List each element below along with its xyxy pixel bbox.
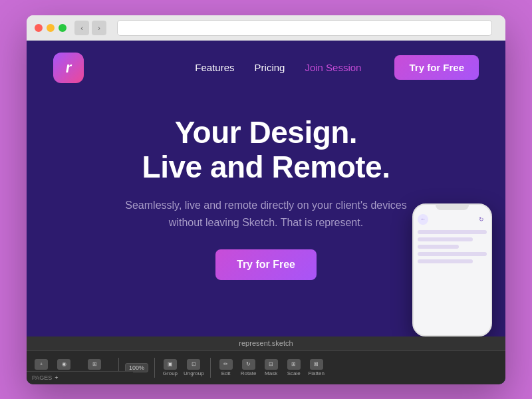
phone-content-line bbox=[418, 252, 487, 256]
sketch-title: represent.sketch bbox=[239, 339, 293, 347]
separator-2 bbox=[154, 358, 155, 378]
maximize-button[interactable] bbox=[59, 24, 66, 32]
nav-features[interactable]: Features bbox=[195, 62, 234, 73]
mask-icon: ⊟ bbox=[265, 359, 278, 370]
hero-cta-button[interactable]: Try for Free bbox=[215, 249, 317, 280]
sketch-bar: represent.sketch + Insert ◉ Data ⊞ Creat… bbox=[27, 336, 505, 384]
symbol-icon: ⊞ bbox=[88, 359, 101, 370]
nav-pricing[interactable]: Pricing bbox=[255, 62, 285, 73]
logo-letter: r bbox=[66, 59, 72, 76]
browser-content: r Features Pricing Join Session Try for … bbox=[27, 41, 505, 384]
sketch-tool-scale[interactable]: ⊞ Scale bbox=[285, 359, 303, 376]
phone-header: ← ↻ bbox=[418, 214, 487, 225]
sketch-tool-ungroup[interactable]: ⊡ Ungroup bbox=[184, 359, 204, 376]
forward-button[interactable]: › bbox=[92, 21, 106, 35]
sketch-tool-group[interactable]: ▣ Group bbox=[161, 359, 180, 376]
hero-title: Your Design. Live and Remote. bbox=[142, 115, 390, 186]
phone-content-line bbox=[418, 245, 459, 249]
phone-notch bbox=[436, 205, 469, 210]
ungroup-icon: ⊡ bbox=[187, 359, 200, 370]
phone-mockup: ← ↻ bbox=[412, 203, 492, 336]
ungroup-label: Ungroup bbox=[184, 370, 204, 376]
back-button[interactable]: ‹ bbox=[74, 21, 89, 35]
phone-content-line bbox=[418, 259, 473, 263]
minimize-button[interactable] bbox=[47, 24, 55, 32]
edit-label: Edit bbox=[221, 370, 231, 376]
phone-content-line bbox=[418, 237, 473, 241]
sketch-tool-edit[interactable]: ✏ Edit bbox=[217, 359, 235, 376]
phone-refresh-icon: ↻ bbox=[476, 214, 487, 225]
pages-label: PAGES bbox=[32, 374, 52, 381]
logo-icon[interactable]: r bbox=[53, 53, 84, 83]
insert-icon: + bbox=[35, 359, 48, 370]
flatten-label: Flatten bbox=[308, 370, 324, 376]
browser-nav-buttons: ‹ › bbox=[74, 21, 106, 35]
phone-screen: ← ↻ bbox=[414, 210, 491, 271]
browser-window: ‹ › r Features Pricing Join Session Try … bbox=[27, 15, 505, 384]
group-icon: ▣ bbox=[164, 359, 177, 370]
sketch-tool-rotate[interactable]: ↻ Rotate bbox=[239, 359, 258, 376]
nav-join-session[interactable]: Join Session bbox=[305, 62, 361, 73]
sketch-titlebar: represent.sketch bbox=[27, 336, 505, 351]
add-page-icon[interactable]: + bbox=[55, 374, 58, 381]
separator-3 bbox=[210, 358, 211, 378]
traffic-lights bbox=[35, 24, 66, 32]
group-label: Group bbox=[163, 370, 178, 376]
hero-title-line1: Your Design. bbox=[175, 115, 357, 150]
nav-try-free-button[interactable]: Try for Free bbox=[394, 55, 479, 80]
scale-label: Scale bbox=[287, 370, 301, 376]
phone-back-icon: ← bbox=[418, 214, 428, 225]
close-button[interactable] bbox=[35, 24, 43, 32]
rotate-label: Rotate bbox=[241, 370, 257, 376]
site-navigation: r Features Pricing Join Session Try for … bbox=[27, 41, 505, 95]
sketch-tool-mask[interactable]: ⊟ Mask bbox=[262, 359, 281, 376]
rotate-icon: ↻ bbox=[242, 359, 255, 370]
mask-label: Mask bbox=[265, 370, 277, 376]
data-icon: ◉ bbox=[57, 359, 70, 370]
hero-subtitle: Seamlessly, live and remote directly on … bbox=[123, 197, 409, 231]
logo-container: r bbox=[53, 53, 84, 83]
address-bar[interactable] bbox=[117, 20, 492, 36]
browser-titlebar: ‹ › bbox=[27, 15, 505, 41]
hero-title-line2: Live and Remote. bbox=[142, 150, 390, 184]
edit-icon: ✏ bbox=[219, 359, 233, 370]
sketch-tool-flatten[interactable]: ⊠ Flatten bbox=[307, 359, 326, 376]
sketch-pages: PAGES + bbox=[27, 371, 133, 384]
scale-icon: ⊞ bbox=[287, 359, 301, 370]
nav-links: Features Pricing Join Session Try for Fr… bbox=[195, 55, 479, 80]
flatten-icon: ⊠ bbox=[310, 359, 323, 370]
phone-content-line bbox=[418, 230, 487, 234]
